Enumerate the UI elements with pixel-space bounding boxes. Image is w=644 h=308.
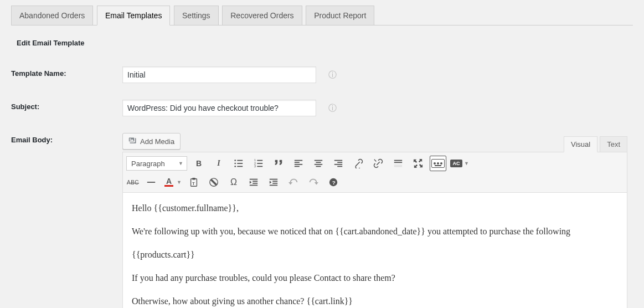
clear-formatting-button[interactable] [205,174,222,190]
svg-rect-33 [250,179,257,180]
svg-line-24 [374,160,377,162]
body-paragraph: {{products.cart}} [132,248,618,261]
italic-button[interactable]: I [210,156,227,171]
svg-rect-18 [315,164,322,165]
help-button[interactable]: ? [325,174,342,190]
svg-rect-28 [394,167,402,167]
text-color-icon: A [163,178,174,187]
shortcode-button[interactable]: AC ▼ [450,156,470,171]
svg-text:?: ? [332,179,336,186]
add-media-button[interactable]: Add Media [122,133,181,150]
tab-email-templates[interactable]: Email Templates [97,6,170,25]
paste-text-button[interactable]: T [186,174,202,190]
help-icon[interactable]: ⓘ [328,70,337,80]
tab-navigation: Abandoned Orders Email Templates Setting… [11,6,633,25]
svg-rect-37 [270,179,277,180]
svg-rect-39 [272,183,277,184]
svg-rect-23 [337,166,342,167]
special-char-button[interactable]: Ω [225,174,242,190]
svg-rect-29 [147,182,155,183]
body-paragraph: We're following up with you, because we … [132,225,618,238]
label-template-name: Template Name: [11,58,117,91]
link-button[interactable] [350,156,367,171]
chevron-down-icon: ▼ [178,161,183,166]
format-select-label: Paragraph [131,160,165,168]
svg-rect-9 [257,163,262,164]
undo-button[interactable] [285,174,302,190]
svg-rect-27 [394,165,402,166]
svg-rect-36 [250,185,257,186]
template-name-input[interactable] [122,66,316,83]
svg-rect-15 [295,166,300,167]
label-subject: Subject: [11,91,117,125]
svg-rect-22 [334,164,342,165]
subject-input[interactable] [122,100,316,116]
svg-rect-1 [237,160,243,161]
svg-rect-21 [337,162,342,163]
strikethrough-button[interactable]: ABC [126,174,140,190]
media-icon [128,136,137,147]
svg-rect-12 [295,160,302,161]
body-paragraph: If you had any purchase troubles, could … [132,271,618,285]
email-body-editor[interactable]: Hello {{customer.fullname}}, We're follo… [122,193,627,308]
align-left-button[interactable] [290,156,307,171]
blockquote-button[interactable] [270,156,287,171]
svg-rect-26 [394,162,402,163]
tab-product-report[interactable]: Product Report [306,6,374,25]
svg-rect-19 [316,166,321,167]
svg-rect-38 [272,181,277,182]
unlink-button[interactable] [370,156,387,171]
svg-rect-34 [253,181,257,182]
align-center-button[interactable] [310,156,327,171]
svg-rect-25 [394,160,402,161]
ac-badge-icon: AC [450,160,462,167]
editor: Add Media Visual Text Paragraph ▼ [122,133,627,308]
tab-recovered-orders[interactable]: Recovered Orders [222,6,302,25]
svg-rect-20 [334,160,342,161]
label-email-body: Email Body: [11,125,117,308]
svg-rect-17 [316,162,321,163]
svg-point-0 [234,160,236,161]
indent-button[interactable] [265,174,282,190]
page-title: Edit Email Template [17,39,633,47]
body-paragraph: Hello {{customer.fullname}}, [132,202,618,215]
text-color-button[interactable]: A ▼ [163,174,182,190]
svg-rect-5 [237,166,243,167]
svg-point-4 [234,166,236,167]
editor-toolbar: Paragraph ▼ B I 123 [122,152,627,193]
svg-rect-31 [192,178,195,180]
tab-abandoned-orders[interactable]: Abandoned Orders [11,6,93,25]
svg-rect-40 [270,185,277,186]
bullet-list-button[interactable] [230,156,247,171]
svg-rect-16 [315,160,322,161]
editor-tab-text[interactable]: Text [600,136,627,152]
format-select[interactable]: Paragraph ▼ [126,156,187,171]
svg-rect-13 [295,162,300,163]
insert-more-button[interactable] [390,156,406,171]
keyboard-icon [431,159,445,168]
svg-text:3: 3 [254,165,256,168]
chevron-down-icon: ▼ [177,179,182,185]
numbered-list-button[interactable]: 123 [250,156,267,171]
help-icon[interactable]: ⓘ [328,103,337,114]
tab-settings[interactable]: Settings [174,6,219,25]
align-right-button[interactable] [330,156,347,171]
outdent-button[interactable] [245,174,262,190]
svg-rect-35 [253,183,257,184]
body-paragraph: Otherwise, how about giving us another c… [132,295,618,308]
add-media-label: Add Media [140,137,174,146]
svg-rect-3 [237,163,243,164]
editor-tab-visual[interactable]: Visual [564,136,597,152]
bold-button[interactable]: B [190,156,207,171]
svg-text:T: T [192,181,195,186]
svg-point-2 [234,163,236,165]
fullscreen-button[interactable] [410,156,426,171]
toolbar-toggle-button[interactable] [430,156,446,171]
chevron-down-icon: ▼ [464,161,469,166]
horizontal-rule-button[interactable] [143,174,159,190]
redo-button[interactable] [305,174,322,190]
svg-rect-7 [257,160,262,161]
svg-rect-11 [257,166,262,167]
svg-rect-14 [295,164,302,165]
